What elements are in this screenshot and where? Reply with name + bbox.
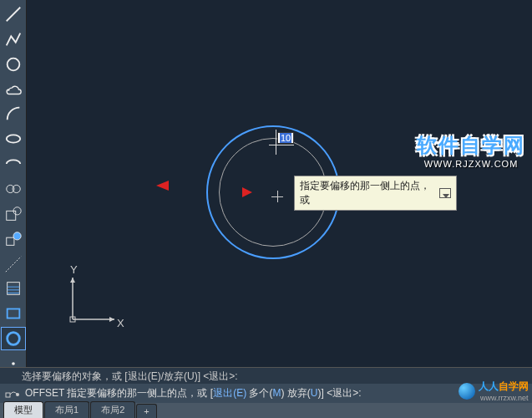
command-input-row[interactable]: OFFSET 指定要偏移的那一侧上的点，或 [退出(E) 多个(M) 放弃(U)… <box>0 384 532 403</box>
svg-point-16 <box>12 362 15 365</box>
rectangle-icon[interactable] <box>1 302 26 325</box>
left-toolbar <box>0 0 27 376</box>
command-line-area: 选择要偏移的对象，或 [退出(E)/放弃(U)] <退出>: OFFSET 指定… <box>0 367 532 403</box>
command-text: OFFSET 指定要偏移的那一侧上的点，或 [退出(E) 多个(M) 放弃(U)… <box>25 386 362 400</box>
circle-icon[interactable] <box>1 53 26 76</box>
tab-model[interactable]: 模型 <box>3 401 43 418</box>
rect-combo-icon[interactable] <box>1 202 26 226</box>
svg-rect-5 <box>6 211 15 220</box>
tab-layout1[interactable]: 布局1 <box>44 401 89 418</box>
dynamic-input-value: 10 <box>280 133 291 143</box>
revision-cloud-icon[interactable] <box>1 177 26 201</box>
line-icon[interactable] <box>1 3 26 26</box>
rect-circle-icon[interactable] <box>1 227 26 251</box>
svg-point-1 <box>7 58 19 70</box>
svg-point-41 <box>16 393 19 396</box>
annotation-arrow-right <box>219 184 252 201</box>
ucs-y-label: Y <box>70 263 78 276</box>
watermark-url: WWW.RJZXW.COM <box>417 159 525 169</box>
svg-point-2 <box>6 135 20 143</box>
tab-add[interactable]: + <box>136 404 156 418</box>
construction-line-icon[interactable] <box>1 252 26 276</box>
svg-point-8 <box>13 232 21 239</box>
layout-tabs: 模型 布局1 布局2 + <box>0 403 532 418</box>
tab-layout2[interactable]: 布局2 <box>90 401 135 418</box>
command-history: 选择要偏移的对象，或 [退出(E)/放弃(U)] <退出>: <box>0 368 532 384</box>
ellipse-arc-icon[interactable] <box>1 152 26 176</box>
ellipse-icon[interactable] <box>1 127 26 150</box>
svg-point-3 <box>6 185 13 192</box>
polyline-icon[interactable] <box>1 28 26 51</box>
ucs-x-label: X <box>117 317 124 329</box>
footer-watermark: 人人自学网 www.rrzxw.net <box>459 380 529 402</box>
svg-line-9 <box>5 256 20 271</box>
cloud-icon[interactable] <box>1 78 26 101</box>
svg-point-15 <box>7 333 19 345</box>
svg-rect-7 <box>6 237 13 245</box>
globe-icon <box>459 383 475 400</box>
drawing-canvas[interactable]: 10 指定要偏移的那一侧上的点，或 X Y 软件自学网 WWW.RJZXW.CO… <box>27 0 532 376</box>
command-prompt-icon <box>5 387 20 400</box>
svg-rect-14 <box>7 309 19 319</box>
dynamic-input-box[interactable]: 10 <box>277 132 294 144</box>
command-tooltip: 指定要偏移的那一侧上的点，或 <box>294 176 457 211</box>
svg-line-0 <box>6 8 20 22</box>
hatch-icon[interactable] <box>1 277 26 300</box>
cursor-crosshair <box>273 192 281 201</box>
annotation-arrow-left <box>156 177 202 194</box>
tooltip-text: 指定要偏移的那一侧上的点，或 <box>300 179 439 207</box>
watermark-title: 软件自学网 <box>417 132 525 159</box>
ucs-icon <box>64 269 123 328</box>
svg-rect-40 <box>6 393 10 397</box>
site-watermark: 软件自学网 WWW.RJZXW.COM <box>417 132 525 169</box>
arc-icon[interactable] <box>1 102 26 125</box>
tooltip-dropdown-icon[interactable] <box>439 188 451 198</box>
donut-icon[interactable] <box>1 327 26 350</box>
